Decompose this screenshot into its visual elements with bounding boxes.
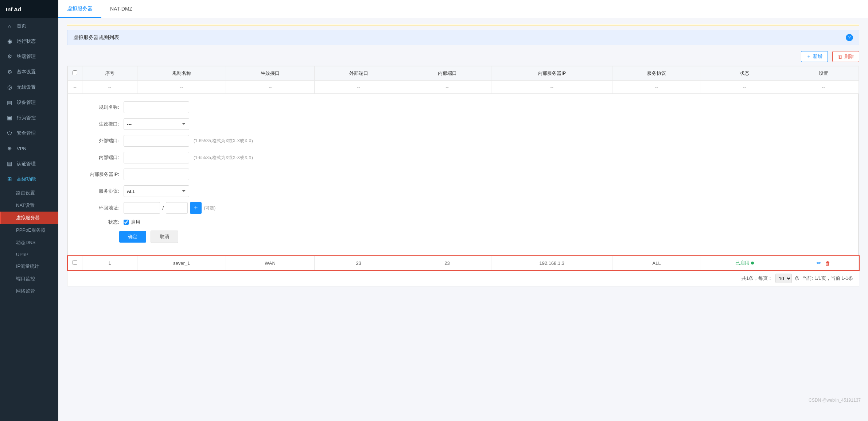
- sidebar-sub-label-network-monitor: 网络监管: [16, 288, 35, 294]
- status-dot: [751, 262, 754, 264]
- row1-ext-port: 23: [314, 256, 403, 270]
- pagination-bar: 共1条，每页： 10 20 50 条 当前: 1/1页，当前 1-1条: [67, 270, 859, 286]
- loop-inputs: / + (可选): [124, 202, 215, 214]
- select-all-checkbox[interactable]: [73, 70, 77, 75]
- tab-virtual-server[interactable]: 虚拟服务器: [58, 0, 101, 18]
- security-icon: 🛡: [6, 130, 13, 136]
- sidebar-sub-upnp[interactable]: UPnP: [0, 249, 58, 260]
- sidebar-item-basic[interactable]: ⚙ 基本设置: [0, 64, 58, 80]
- sidebar-label-auth: 认证管理: [17, 161, 36, 167]
- row1-status: 已启用: [701, 256, 788, 270]
- th-protocol: 服务协议: [612, 66, 701, 81]
- logo: Inf Ad: [0, 0, 58, 18]
- empty-protocol: --: [612, 81, 701, 94]
- row1-interface: WAN: [226, 256, 315, 270]
- loop-label: 环回地址:: [79, 205, 119, 211]
- row1-select[interactable]: [73, 260, 77, 265]
- rule-name-input[interactable]: [124, 101, 189, 113]
- sidebar-label-device: 设备管理: [17, 99, 36, 106]
- loop-mask-input[interactable]: [166, 202, 188, 214]
- sidebar-item-security[interactable]: 🛡 安全管理: [0, 125, 58, 141]
- terminal-icon: ⚙: [6, 53, 13, 60]
- edit-icon[interactable]: ✏: [817, 260, 821, 266]
- sidebar-item-wireless[interactable]: ◎ 无线设置: [0, 80, 58, 95]
- int-port-input[interactable]: [124, 152, 189, 163]
- sidebar-sub-label-route: 路由设置: [16, 190, 35, 196]
- cancel-button[interactable]: 取消: [151, 231, 178, 243]
- int-port-label: 内部端口:: [79, 154, 119, 161]
- help-icon[interactable]: ?: [846, 34, 853, 41]
- data-row-1: 1 sever_1 WAN 23 23 192.168.1.3 ALL 已启用: [68, 256, 859, 270]
- sidebar-sub-port-monitor[interactable]: 端口监控: [0, 273, 58, 285]
- delete-button[interactable]: 🗑 删除: [832, 51, 859, 62]
- loop-ip-input[interactable]: [124, 202, 160, 214]
- empty-name: --: [137, 81, 226, 94]
- status-enabled-checkbox-label[interactable]: 启用: [124, 219, 140, 225]
- sidebar-label-home: 首页: [17, 23, 26, 29]
- sidebar-item-vpn[interactable]: ⊕ VPN: [0, 141, 58, 156]
- form-row: 规则名称: 生效接口: --- WAN WAN2: [68, 94, 859, 256]
- tab-nat-dmz-label: NAT-DMZ: [110, 6, 132, 12]
- per-page-select[interactable]: 10 20 50: [775, 274, 792, 283]
- sidebar-sub-label-upnp: UPnP: [16, 252, 28, 257]
- status-form-label: 状态:: [79, 219, 119, 225]
- device-icon: ▤: [6, 99, 13, 106]
- empty-ext-port: --: [314, 81, 403, 94]
- sidebar-sub-nat[interactable]: NAT设置: [0, 199, 58, 212]
- th-seq: 序号: [82, 66, 137, 81]
- status-icon: ◉: [6, 38, 13, 45]
- row1-seq: 1: [82, 256, 137, 270]
- server-ip-label: 内部服务器IP:: [79, 171, 119, 178]
- sidebar-sub-traffic[interactable]: IP流量统计: [0, 260, 58, 273]
- yellow-divider: [67, 24, 859, 26]
- ext-port-label: 外部端口:: [79, 138, 119, 144]
- empty-settings: --: [788, 81, 859, 94]
- sidebar-item-auth[interactable]: ▤ 认证管理: [0, 156, 58, 171]
- server-ip-input[interactable]: [124, 169, 189, 180]
- interface-select[interactable]: --- WAN WAN2: [124, 118, 189, 130]
- sidebar-item-advanced[interactable]: ⊞ 高级功能: [0, 171, 58, 187]
- sidebar-item-home[interactable]: ⌂ 首页: [0, 18, 58, 34]
- loop-slash: /: [162, 205, 164, 211]
- sidebar-sub-pppoe[interactable]: PPPoE服务器: [0, 224, 58, 236]
- sidebar-sub-label-traffic: IP流量统计: [16, 263, 39, 269]
- section-header: 虚拟服务器规则列表 ?: [67, 30, 859, 45]
- sidebar-label-basic: 基本设置: [17, 69, 36, 75]
- tab-nat-dmz[interactable]: NAT-DMZ: [101, 0, 141, 18]
- sidebar-sub-virtual-server[interactable]: 虚拟服务器: [0, 212, 58, 224]
- loop-optional: (可选): [204, 205, 215, 211]
- row1-checkbox: [68, 256, 82, 270]
- sidebar-label-terminal: 终端管理: [17, 53, 36, 60]
- sidebar-sub-dynamic-dns[interactable]: 动态DNS: [0, 236, 58, 249]
- protocol-select[interactable]: ALL TCP UDP TCP/UDP ICMP: [124, 185, 189, 197]
- row-delete-icon[interactable]: 🗑: [825, 260, 830, 266]
- sidebar-label-vpn: VPN: [17, 146, 27, 151]
- form-row-rule-name: 规则名称:: [79, 101, 847, 113]
- sidebar-sub-route[interactable]: 路由设置: [0, 187, 58, 199]
- form-row-protocol: 服务协议: ALL TCP UDP TCP/UDP ICMP: [79, 185, 847, 197]
- add-button[interactable]: ＋ 新增: [801, 51, 828, 62]
- empty-int-port: --: [403, 81, 491, 94]
- sidebar-sub-network-monitor[interactable]: 网络监管: [0, 285, 58, 297]
- empty-server-ip: --: [491, 81, 612, 94]
- confirm-button[interactable]: 确定: [119, 231, 146, 243]
- sidebar-item-terminal[interactable]: ⚙ 终端管理: [0, 49, 58, 64]
- add-icon: ＋: [806, 53, 811, 60]
- sidebar-label-advanced: 高级功能: [17, 176, 36, 182]
- form-row-server-ip: 内部服务器IP:: [79, 169, 847, 180]
- sidebar-item-status[interactable]: ◉ 运行状态: [0, 34, 58, 49]
- empty-row: -- -- -- -- -- -- -- -- -- --: [68, 81, 859, 94]
- form-row-loop: 环回地址: / + (可选): [79, 202, 847, 214]
- sidebar-item-behavior[interactable]: ▣ 行为管控: [0, 110, 58, 125]
- sidebar-label-wireless: 无线设置: [17, 84, 36, 90]
- th-int-port: 内部端口: [403, 66, 491, 81]
- per-page-suffix: 条: [795, 275, 799, 282]
- sidebar-item-device[interactable]: ▤ 设备管理: [0, 95, 58, 110]
- status-enabled-checkbox[interactable]: [124, 220, 129, 225]
- wireless-icon: ◎: [6, 84, 13, 90]
- empty-status: --: [701, 81, 788, 94]
- content-area: 虚拟服务器规则列表 ? ＋ 新增 🗑 删除 序号: [58, 18, 868, 421]
- loop-plus-button[interactable]: +: [190, 202, 202, 214]
- sidebar: Inf Ad ⌂ 首页 ◉ 运行状态 ⚙ 终端管理 ⚙ 基本设置 ◎ 无线设置 …: [0, 0, 58, 421]
- ext-port-input[interactable]: [124, 135, 189, 147]
